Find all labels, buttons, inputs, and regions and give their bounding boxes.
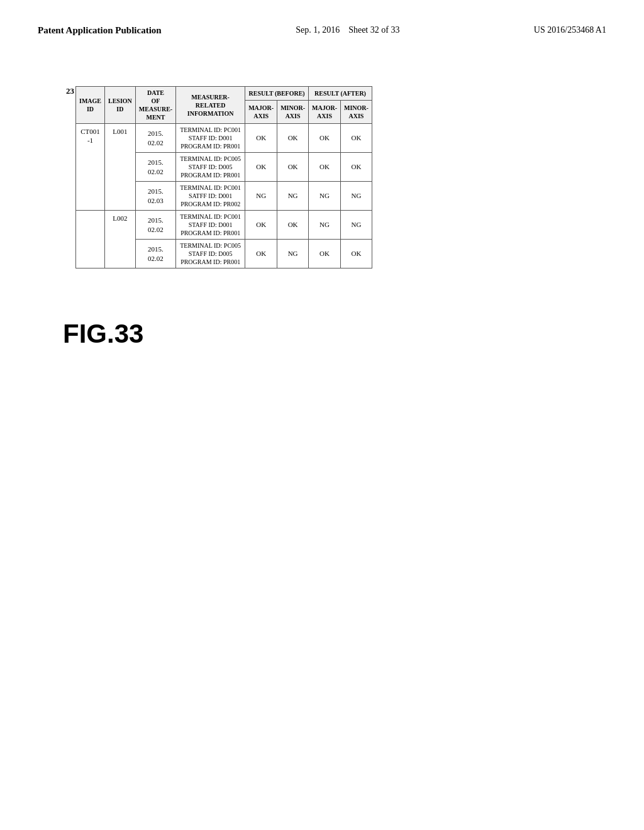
cell-lesion-id-2: L002 — [105, 211, 136, 268]
cell-info-3: TERMINAL ID: PC001SATFF ID: D001PROGRAM … — [176, 182, 245, 211]
cell-before-major-5: OK — [245, 240, 277, 268]
cell-after-minor-2: OK — [341, 153, 372, 182]
col-header-before-minor: MINOR-AXIS — [277, 101, 309, 124]
cell-after-minor-3: NG — [341, 182, 372, 211]
col-header-result-before: RESULT (BEFORE) — [245, 87, 309, 101]
table-row: CT001-1 L001 2015.02.02 TERMINAL ID: PC0… — [76, 124, 372, 153]
figure-label: FIG.33 — [63, 319, 143, 349]
cell-before-minor-5: NG — [277, 240, 309, 268]
cell-before-major-1: OK — [245, 124, 277, 153]
main-content: 23 IMAGEID LESIONID DATEOFMEASURE-MENT M… — [38, 74, 606, 349]
cell-date-1: 2015.02.02 — [135, 124, 175, 153]
table-container: 23 IMAGEID LESIONID DATEOFMEASURE-MENT M… — [75, 86, 372, 268]
col-header-before-major: MAJOR-AXIS — [245, 101, 277, 124]
cell-before-minor-1: OK — [277, 124, 309, 153]
cell-after-minor-5: OK — [341, 240, 372, 268]
header-center: Sep. 1, 2016 Sheet 32 of 33 — [296, 25, 399, 35]
publication-label: Patent Application Publication — [38, 25, 162, 36]
data-table: IMAGEID LESIONID DATEOFMEASURE-MENT MEAS… — [75, 86, 372, 268]
col-header-measurer: MEASURER-RELATEDINFORMATION — [176, 87, 245, 124]
cell-before-minor-3: NG — [277, 182, 309, 211]
cell-after-minor-1: OK — [341, 124, 372, 153]
cell-before-major-4: OK — [245, 211, 277, 240]
cell-before-minor-4: OK — [277, 211, 309, 240]
cell-image-id-2 — [76, 211, 105, 268]
cell-info-5: TERMINAL ID: PC005STAFF ID: D005PROGRAM … — [176, 240, 245, 268]
cell-after-major-4: NG — [309, 211, 341, 240]
col-header-after-minor: MINOR-AXIS — [341, 101, 372, 124]
table-row: L002 2015.02.02 TERMINAL ID: PC001STAFF … — [76, 211, 372, 240]
col-header-after-major: MAJOR-AXIS — [309, 101, 341, 124]
col-header-image-id: IMAGEID — [76, 87, 105, 124]
cell-info-2: TERMINAL ID: PC005STAFF ID: D005PROGRAM … — [176, 153, 245, 182]
table-number-label: 23 — [66, 86, 74, 96]
col-header-date: DATEOFMEASURE-MENT — [135, 87, 175, 124]
cell-after-major-1: OK — [309, 124, 341, 153]
cell-before-major-3: NG — [245, 182, 277, 211]
cell-image-id-1: CT001-1 — [76, 124, 105, 211]
page-header: Patent Application Publication Sep. 1, 2… — [38, 25, 606, 36]
cell-before-major-2: OK — [245, 153, 277, 182]
date-label: Sep. 1, 2016 — [296, 25, 340, 35]
cell-after-major-5: OK — [309, 240, 341, 268]
cell-date-5: 2015.02.02 — [135, 240, 175, 268]
sheet-label: Sheet 32 of 33 — [348, 25, 399, 35]
cell-info-1: TERMINAL ID: PC001STAFF ID: D001PROGRAM … — [176, 124, 245, 153]
cell-date-3: 2015.02.03 — [135, 182, 175, 211]
cell-info-4: TERMINAL ID: PC001STAFF ID: D001PROGRAM … — [176, 211, 245, 240]
cell-after-major-3: NG — [309, 182, 341, 211]
col-header-result-after: RESULT (AFTER) — [309, 87, 372, 101]
cell-after-major-2: OK — [309, 153, 341, 182]
cell-lesion-id-1: L001 — [105, 124, 136, 211]
patent-number: US 2016/253468 A1 — [534, 25, 606, 35]
cell-after-minor-4: NG — [341, 211, 372, 240]
page: Patent Application Publication Sep. 1, 2… — [0, 0, 644, 830]
header-row-1: IMAGEID LESIONID DATEOFMEASURE-MENT MEAS… — [76, 87, 372, 101]
col-header-lesion-id: LESIONID — [105, 87, 136, 124]
cell-date-2: 2015.02.02 — [135, 153, 175, 182]
cell-before-minor-2: OK — [277, 153, 309, 182]
cell-date-4: 2015.02.02 — [135, 211, 175, 240]
